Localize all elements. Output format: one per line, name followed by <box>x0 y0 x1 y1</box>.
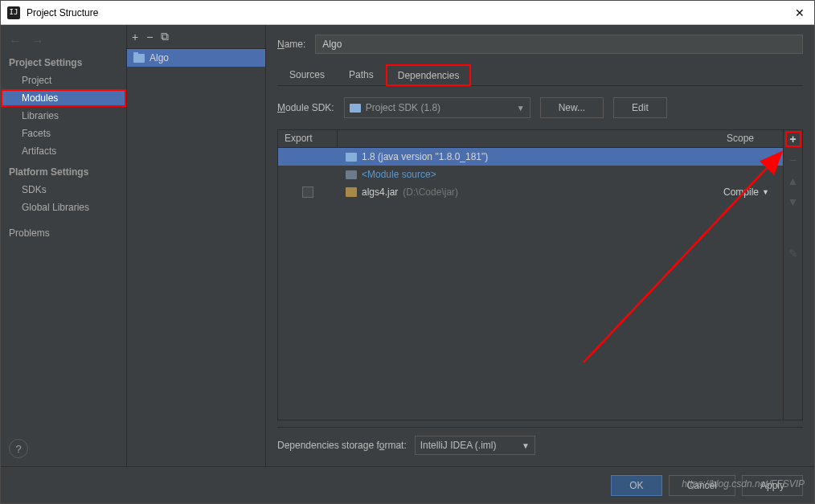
module-tabs: Sources Paths Dependencies <box>277 64 803 86</box>
new-sdk-button[interactable]: New... <box>540 97 604 118</box>
sdk-icon <box>350 104 361 113</box>
titlebar: IJ Project Structure ✕ <box>1 1 814 25</box>
tab-sources[interactable]: Sources <box>277 64 337 85</box>
help-button[interactable]: ? <box>9 439 28 458</box>
forward-icon[interactable]: → <box>31 34 44 48</box>
dependencies-table-wrapper: Export Scope 1.8 (java version "1.8.0_18… <box>277 129 803 420</box>
dep-text: algs4.jar <box>362 186 398 198</box>
folder-icon <box>346 153 357 162</box>
chevron-down-icon: ▼ <box>517 104 525 113</box>
storage-format-select[interactable]: IntelliJ IDEA (.iml) ▼ <box>415 436 535 455</box>
edit-sdk-button[interactable]: Edit <box>613 97 667 118</box>
dep-text: 1.8 (java version "1.8.0_181") <box>362 151 488 162</box>
dialog-footer: OK Cancel Apply https://blog.csdn.net/FF… <box>1 466 814 503</box>
dep-row-module-source[interactable]: <Module source> <box>278 166 783 183</box>
jar-icon <box>346 187 357 197</box>
deps-header-scope: Scope <box>720 130 783 147</box>
window-title: Project Structure <box>27 7 98 18</box>
nav-item-project[interactable]: Project <box>1 72 126 89</box>
remove-dependency-button[interactable]: − <box>786 153 801 167</box>
nav-item-libraries[interactable]: Libraries <box>1 107 126 125</box>
remove-module-icon[interactable]: − <box>146 31 153 43</box>
move-down-button[interactable]: ▼ <box>786 195 801 209</box>
dep-row-sdk[interactable]: 1.8 (java version "1.8.0_181") <box>278 148 783 166</box>
dep-path: (D:\Code\jar) <box>403 186 458 198</box>
nav-item-sdks[interactable]: SDKs <box>1 181 126 199</box>
cancel-button[interactable]: Cancel <box>669 475 735 496</box>
back-icon[interactable]: ← <box>9 34 22 48</box>
sdk-value: Project SDK (1.8) <box>366 102 440 113</box>
dep-scope-select[interactable]: Compile ▼ <box>720 186 783 198</box>
module-tree-panel: + − ⧉ Algo <box>126 25 266 466</box>
module-name-input[interactable] <box>315 35 803 54</box>
module-sdk-label: Module SDK: <box>277 102 334 113</box>
copy-module-icon[interactable]: ⧉ <box>161 30 169 43</box>
dependencies-table: Export Scope 1.8 (java version "1.8.0_18… <box>278 130 783 420</box>
close-icon[interactable]: ✕ <box>792 6 808 19</box>
module-icon <box>133 54 145 63</box>
ok-button[interactable]: OK <box>611 475 661 496</box>
settings-nav: ← → Project Settings Project Modules Lib… <box>1 25 126 466</box>
move-up-button[interactable]: ▲ <box>786 174 801 188</box>
nav-section-platform: Platform Settings <box>1 160 126 181</box>
tab-dependencies[interactable]: Dependencies <box>386 64 472 86</box>
apply-button[interactable]: Apply <box>742 475 803 496</box>
tab-paths[interactable]: Paths <box>337 64 386 85</box>
main-panel: Name: Sources Paths Dependencies Module … <box>266 25 814 466</box>
storage-format-label: Dependencies storage format: <box>277 440 407 451</box>
edit-dependency-button[interactable]: ✎ <box>786 246 801 260</box>
nav-section-project: Project Settings <box>1 51 126 72</box>
folder-icon <box>346 170 357 179</box>
nav-item-problems[interactable]: Problems <box>1 224 126 242</box>
name-label: Name: <box>277 39 305 50</box>
tree-toolbar: + − ⧉ <box>127 25 265 49</box>
tree-item-label: Algo <box>149 52 169 64</box>
chevron-down-icon: ▼ <box>762 188 769 196</box>
deps-side-toolbar: + − ▲ ▼ ✎ <box>783 130 802 420</box>
nav-item-global-libraries[interactable]: Global Libraries <box>1 199 126 216</box>
dep-row-algs4[interactable]: algs4.jar (D:\Code\jar) Compile ▼ <box>278 183 783 201</box>
deps-header-export: Export <box>278 130 338 147</box>
nav-item-facets[interactable]: Facets <box>1 125 126 142</box>
nav-item-artifacts[interactable]: Artifacts <box>1 142 126 160</box>
add-module-icon[interactable]: + <box>132 31 138 43</box>
add-dependency-button[interactable]: + <box>786 132 801 146</box>
app-icon: IJ <box>7 6 20 19</box>
chevron-down-icon: ▼ <box>522 441 530 450</box>
nav-item-modules[interactable]: Modules <box>1 89 126 107</box>
tree-item-algo[interactable]: Algo <box>127 49 265 67</box>
module-sdk-select[interactable]: Project SDK (1.8) ▼ <box>344 97 530 118</box>
dep-text: <Module source> <box>362 169 436 180</box>
export-checkbox[interactable] <box>302 186 313 198</box>
project-structure-window: IJ Project Structure ✕ ← → Project Setti… <box>0 0 815 504</box>
